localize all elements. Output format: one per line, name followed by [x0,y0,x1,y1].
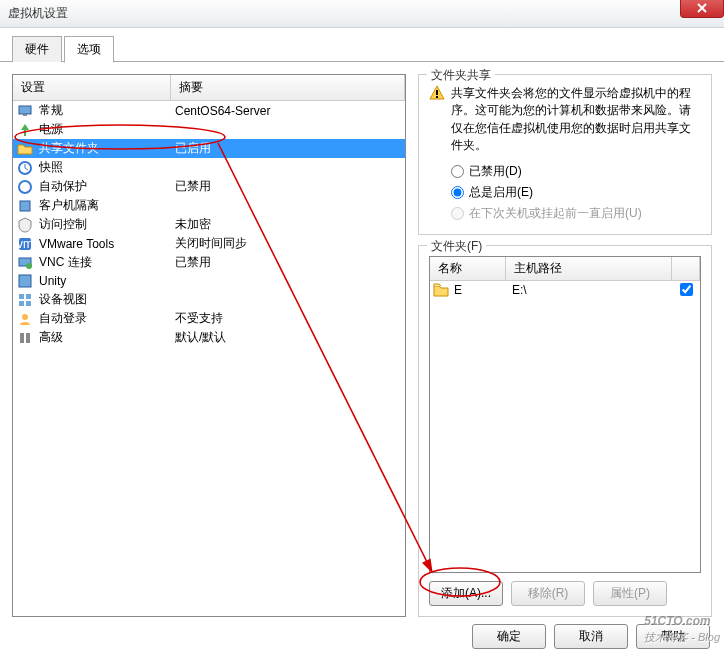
warning-box: 共享文件夹会将您的文件显示给虚拟机中的程序。这可能为您的计算机和数据带来风险。请… [429,85,701,155]
list-item-vmtools[interactable]: vmVMware Tools关闭时间同步 [13,234,405,253]
close-button[interactable] [680,0,724,18]
folder-row-enabled[interactable] [672,283,700,296]
folder-row[interactable]: E E:\ [430,281,700,299]
list-item-power[interactable]: 电源 [13,120,405,139]
folder-col-enabled[interactable] [672,257,700,280]
svg-marker-2 [21,124,29,136]
snapshot-icon [13,160,37,176]
row-summary: 默认/默认 [171,329,405,346]
col-settings[interactable]: 设置 [13,75,171,100]
col-summary[interactable]: 摘要 [171,75,405,100]
tab-hardware[interactable]: 硬件 [12,36,62,62]
autoprotect-icon [13,179,37,195]
folder-sharing-group: 文件夹共享 共享文件夹会将您的文件显示给虚拟机中的程序。这可能为您的计算机和数据… [418,74,712,235]
list-item-autoprotect[interactable]: 自动保护已禁用 [13,177,405,196]
folder-col-path[interactable]: 主机路径 [506,257,672,280]
list-item-snapshot[interactable]: 快照 [13,158,405,177]
row-summary: 未加密 [171,216,405,233]
list-item-monitor[interactable]: 常规CentOS64-Server [13,101,405,120]
row-name: VMware Tools [37,237,171,251]
right-panel: 文件夹共享 共享文件夹会将您的文件显示给虚拟机中的程序。这可能为您的计算机和数据… [418,74,712,617]
folder-icon [430,283,452,297]
settings-list[interactable]: 常规CentOS64-Server电源共享文件夹已启用快照自动保护已禁用客户机隔… [13,101,405,616]
row-name: 客户机隔离 [37,197,171,214]
row-name: 自动保护 [37,178,171,195]
radio-disabled-input[interactable] [451,165,464,178]
appview-icon [13,292,37,308]
unity-icon [13,273,37,289]
folder-share-icon [13,141,37,157]
svg-rect-16 [20,333,24,343]
list-item-advanced[interactable]: 高级默认/默认 [13,328,405,347]
svg-rect-1 [23,114,27,116]
row-name: 快照 [37,159,171,176]
add-button[interactable]: 添加(A)... [429,581,503,606]
row-summary: 不受支持 [171,310,405,327]
power-icon [13,122,37,138]
sharing-legend: 文件夹共享 [427,67,495,84]
folder-table: 名称 主机路径 E E:\ [429,256,701,573]
row-name: VNC 连接 [37,254,171,271]
row-summary: 已启用 [171,140,405,157]
folder-col-name[interactable]: 名称 [430,257,506,280]
folders-legend: 文件夹(F) [427,238,486,255]
list-item-folder-share[interactable]: 共享文件夹已启用 [13,139,405,158]
list-item-unity[interactable]: Unity [13,272,405,290]
radio-disabled[interactable]: 已禁用(D) [429,161,701,182]
vnc-icon [13,255,37,271]
content-area: 设置 摘要 常规CentOS64-Server电源共享文件夹已启用快照自动保护已… [0,61,724,629]
folder-row-path: E:\ [506,283,672,297]
help-button[interactable]: 帮助 [636,624,710,649]
vmtools-icon: vm [13,236,37,252]
ok-button[interactable]: 确定 [472,624,546,649]
radio-always-enable[interactable]: 总是启用(E) [429,182,701,203]
svg-rect-18 [436,90,438,95]
radio-always-input[interactable] [451,186,464,199]
svg-rect-10 [19,275,31,287]
list-item-autologin[interactable]: 自动登录不受支持 [13,309,405,328]
remove-button: 移除(R) [511,581,585,606]
list-item-access[interactable]: 访问控制未加密 [13,215,405,234]
advanced-icon [13,330,37,346]
radio-until-next-input [451,207,464,220]
row-name: Unity [37,274,171,288]
row-name: 访问控制 [37,216,171,233]
row-name: 设备视图 [37,291,171,308]
folders-group: 文件夹(F) 名称 主机路径 E E:\ 添加(A)... [418,245,712,617]
access-icon [13,217,37,233]
radio-until-next: 在下次关机或挂起前一直启用(U) [429,203,701,224]
monitor-icon [13,103,37,119]
title-bar: 虚拟机设置 [0,0,724,28]
svg-rect-12 [26,294,31,299]
svg-rect-19 [436,96,438,98]
row-summary: 已禁用 [171,178,405,195]
svg-rect-0 [19,106,31,114]
folder-table-header: 名称 主机路径 [430,257,700,281]
row-name: 电源 [37,121,171,138]
row-summary: 已禁用 [171,254,405,271]
tab-bar: 硬件 选项 [0,28,724,62]
list-item-vnc[interactable]: VNC 连接已禁用 [13,253,405,272]
warning-icon [429,85,445,101]
tab-options[interactable]: 选项 [64,36,114,63]
folder-buttons: 添加(A)... 移除(R) 属性(P) [429,581,701,606]
row-name: 自动登录 [37,310,171,327]
settings-list-panel: 设置 摘要 常规CentOS64-Server电源共享文件夹已启用快照自动保护已… [12,74,406,617]
svg-rect-14 [26,301,31,306]
autologin-icon [13,311,37,327]
cancel-button[interactable]: 取消 [554,624,628,649]
row-summary: CentOS64-Server [171,104,405,118]
list-item-appview[interactable]: 设备视图 [13,290,405,309]
isolation-icon [13,198,37,214]
properties-button: 属性(P) [593,581,667,606]
row-name: 共享文件夹 [37,140,171,157]
svg-point-9 [26,263,32,269]
list-item-isolation[interactable]: 客户机隔离 [13,196,405,215]
window-title: 虚拟机设置 [8,5,68,22]
row-summary: 关闭时间同步 [171,235,405,252]
svg-rect-13 [19,301,24,306]
svg-text:vm: vm [17,237,33,251]
svg-rect-5 [20,201,30,211]
svg-point-15 [22,314,28,320]
row-name: 高级 [37,329,171,346]
